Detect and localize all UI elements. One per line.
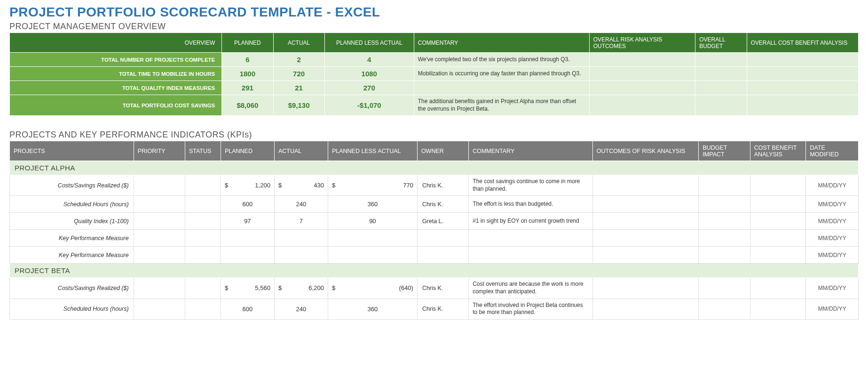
kpi-budget[interactable] (699, 196, 750, 213)
ov-actual[interactable]: 21 (273, 81, 324, 95)
ov-pla[interactable]: 4 (324, 53, 414, 67)
kpi-planned[interactable]: 600 (221, 298, 274, 319)
kpi-pla[interactable]: 360 (328, 196, 417, 213)
kpi-pla[interactable]: $770 (328, 175, 417, 196)
ov-comment[interactable]: The additional benefits gained in Projec… (414, 95, 589, 116)
kpi-date[interactable]: MM/DD/YY (806, 175, 859, 196)
kpi-pla[interactable]: $(640) (328, 278, 417, 298)
kpi-budget[interactable] (699, 298, 750, 319)
kpi-comment[interactable]: Cost overruns are because the work is mo… (469, 278, 593, 298)
kpi-comment[interactable]: #1 in sight by EOY on current growth tre… (469, 213, 593, 230)
kpi-date[interactable]: MM/DD/YY (806, 278, 859, 298)
kpi-comment[interactable] (469, 230, 593, 247)
kpi-risk[interactable] (592, 213, 699, 230)
kpi-pla[interactable]: 360 (328, 298, 417, 319)
ov-actual[interactable]: 2 (273, 53, 324, 67)
kpi-planned[interactable]: $5,560 (221, 278, 274, 298)
ov-budget[interactable] (695, 95, 747, 116)
kpi-owner[interactable] (417, 230, 468, 247)
kpi-actual[interactable] (274, 230, 328, 247)
ov-pla[interactable]: 270 (324, 81, 414, 95)
kpi-owner[interactable]: Chris K. (417, 278, 468, 298)
kpi-owner[interactable] (417, 247, 468, 264)
status-tag[interactable]: YELLOW (185, 175, 221, 196)
status-tag[interactable]: GREEN (185, 230, 221, 247)
ov-comment[interactable]: Mobilization is occurring one day faster… (414, 67, 589, 81)
kpi-date[interactable]: MM/DD/YY (806, 213, 859, 230)
ov-planned[interactable]: 6 (222, 53, 273, 67)
ov-planned[interactable]: 1800 (222, 67, 273, 81)
kpi-risk[interactable] (592, 298, 699, 319)
kpi-risk[interactable] (592, 278, 699, 298)
kpi-budget[interactable] (699, 278, 750, 298)
kpi-date[interactable]: MM/DD/YY (806, 247, 859, 264)
kpi-cba[interactable] (750, 247, 806, 264)
priority-tag[interactable]: MEDIUM (134, 298, 185, 319)
status-tag[interactable]: YELLOW (185, 278, 221, 298)
ov-planned[interactable]: $8,060 (222, 95, 273, 116)
kpi-comment[interactable]: The effort is less than budgeted. (469, 196, 593, 213)
priority-tag[interactable]: HIGH (134, 247, 185, 264)
kpi-risk[interactable] (592, 247, 699, 264)
ov-pla[interactable]: -$1,070 (324, 95, 414, 116)
kpi-actual[interactable]: 7 (274, 213, 328, 230)
kpi-planned[interactable]: $1,200 (221, 175, 274, 196)
kpi-actual[interactable]: $6,200 (274, 278, 328, 298)
kpi-planned[interactable] (221, 247, 274, 264)
kpi-planned[interactable] (221, 230, 274, 247)
kpi-pla[interactable] (328, 230, 417, 247)
kpi-comment[interactable] (469, 247, 593, 264)
kpi-comment[interactable]: The effort involved in Project Beta cont… (469, 298, 593, 319)
kpi-cba[interactable] (750, 278, 806, 298)
kpi-pla[interactable] (328, 247, 417, 264)
kpi-risk[interactable] (592, 196, 699, 213)
kpi-cba[interactable] (750, 196, 806, 213)
kpi-risk[interactable] (592, 175, 699, 196)
kpi-owner[interactable]: Greta L. (417, 213, 468, 230)
ov-actual[interactable]: $9,130 (273, 95, 324, 116)
ov-pla[interactable]: 1080 (324, 67, 414, 81)
kpi-comment[interactable]: The cost savings continue to come in mor… (469, 175, 593, 196)
ov-actual[interactable]: 720 (273, 67, 324, 81)
status-tag[interactable]: GREY (185, 298, 221, 319)
ov-cba[interactable] (747, 67, 859, 81)
ov-planned[interactable]: 291 (222, 81, 273, 95)
ov-budget[interactable] (695, 81, 747, 95)
kpi-owner[interactable]: Chris K. (417, 175, 468, 196)
kpi-owner[interactable]: Chris K. (417, 196, 468, 213)
kpi-cba[interactable] (750, 175, 806, 196)
priority-tag[interactable]: HIGH (134, 278, 185, 298)
kpi-planned[interactable]: 600 (221, 196, 274, 213)
kpi-actual[interactable]: $430 (274, 175, 328, 196)
status-tag[interactable]: GREEN (185, 247, 221, 264)
status-tag[interactable]: RED (185, 196, 221, 213)
kpi-date[interactable]: MM/DD/YY (806, 196, 859, 213)
ov-risk[interactable] (589, 81, 695, 95)
ov-cba[interactable] (747, 81, 859, 95)
kpi-actual[interactable]: 240 (274, 196, 328, 213)
kpi-budget[interactable] (699, 175, 750, 196)
ov-comment[interactable]: We've completed two of the six projects … (414, 53, 589, 67)
kpi-risk[interactable] (592, 230, 699, 247)
kpi-pla[interactable]: 90 (328, 213, 417, 230)
kpi-cba[interactable] (750, 213, 806, 230)
ov-cba[interactable] (747, 95, 859, 116)
kpi-actual[interactable]: 240 (274, 298, 328, 319)
kpi-planned[interactable]: 97 (221, 213, 274, 230)
kpi-budget[interactable] (699, 247, 750, 264)
ov-budget[interactable] (695, 67, 747, 81)
kpi-actual[interactable] (274, 247, 328, 264)
ov-risk[interactable] (589, 95, 695, 116)
kpi-budget[interactable] (699, 230, 750, 247)
ov-comment[interactable] (414, 81, 589, 95)
priority-tag[interactable]: LOW (134, 230, 185, 247)
priority-tag[interactable]: LOW (134, 175, 185, 196)
priority-tag[interactable]: HIGH (134, 213, 185, 230)
ov-risk[interactable] (589, 67, 695, 81)
kpi-date[interactable]: MM/DD/YY (806, 298, 859, 319)
status-tag[interactable]: GREY (185, 213, 221, 230)
kpi-cba[interactable] (750, 298, 806, 319)
ov-risk[interactable] (589, 53, 695, 67)
ov-budget[interactable] (695, 53, 747, 67)
kpi-owner[interactable]: Chris K. (417, 298, 468, 319)
